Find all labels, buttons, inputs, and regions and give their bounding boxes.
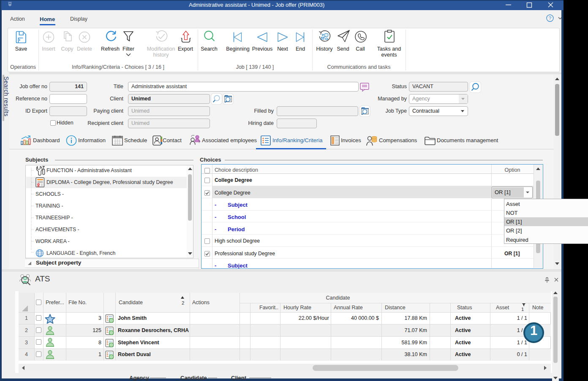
svg-text:?: ? — [549, 16, 551, 21]
svg-text:?: ? — [198, 140, 200, 144]
